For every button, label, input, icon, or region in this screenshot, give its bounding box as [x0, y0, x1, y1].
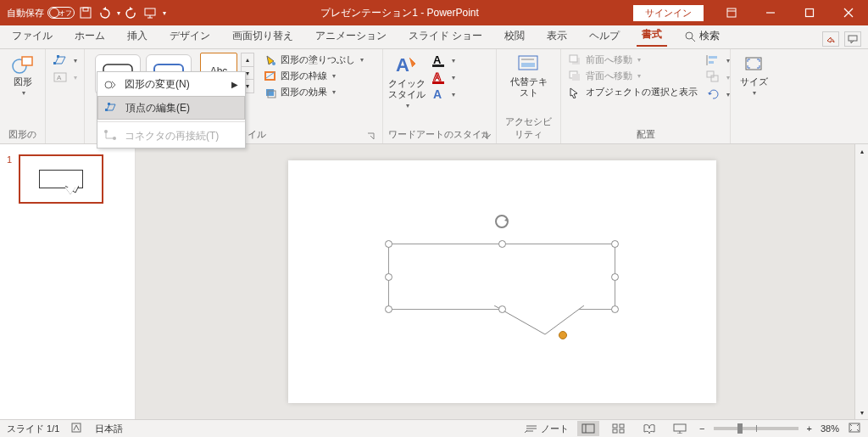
- shape-fill-button[interactable]: 図形の塗りつぶし▾: [261, 53, 366, 67]
- close-button[interactable]: [829, 0, 868, 25]
- document-title: プレゼンテーション1 - PowerPoint: [166, 6, 633, 20]
- alt-text-button[interactable]: 代替テキスト: [510, 53, 548, 98]
- thumbnail-row[interactable]: 1: [7, 154, 128, 204]
- resize-handle[interactable]: [611, 305, 619, 313]
- size-label: サイズ: [740, 76, 768, 87]
- reading-view-icon: [643, 423, 656, 434]
- fit-to-window-button[interactable]: [848, 422, 861, 435]
- tab-design[interactable]: デザイン: [164, 25, 215, 47]
- spell-check-icon[interactable]: [71, 422, 83, 435]
- minimize-button[interactable]: [751, 0, 790, 25]
- slide-thumbnail[interactable]: [19, 154, 103, 204]
- tab-review[interactable]: 校閲: [499, 25, 530, 47]
- align-icon: [706, 53, 721, 67]
- text-outline-button[interactable]: A▾: [429, 70, 458, 85]
- bring-forward-label: 前面へ移動: [586, 53, 632, 66]
- resize-handle[interactable]: [385, 273, 392, 281]
- tab-file[interactable]: ファイル: [7, 25, 58, 47]
- shape-outline-button[interactable]: 図形の枠線▾: [261, 69, 366, 83]
- shape-fill-label: 図形の塗りつぶし: [281, 53, 355, 66]
- rotate-handle[interactable]: [493, 213, 510, 233]
- resize-handle[interactable]: [611, 273, 619, 281]
- slide-counter[interactable]: スライド 1/1: [7, 423, 59, 435]
- selection-pane-button[interactable]: オブジェクトの選択と表示: [566, 85, 700, 99]
- normal-view-button[interactable]: [577, 421, 599, 436]
- undo-dropdown-icon[interactable]: ▾: [117, 9, 120, 17]
- tab-slideshow[interactable]: スライド ショー: [403, 25, 487, 47]
- vertical-scrollbar[interactable]: ▴ ▾: [854, 144, 868, 419]
- slideshow-button[interactable]: [669, 421, 691, 436]
- menu-edit-points-label: 頂点の編集(E): [125, 101, 190, 115]
- svg-point-22: [272, 62, 275, 65]
- svg-rect-1: [83, 8, 88, 11]
- tab-help[interactable]: ヘルプ: [584, 25, 625, 47]
- adjustment-handle[interactable]: [559, 331, 567, 339]
- align-button[interactable]: ▾: [704, 53, 732, 68]
- shape-effects-button[interactable]: 図形の効果▾: [261, 85, 366, 99]
- svg-text:A: A: [433, 70, 442, 83]
- selected-callout-shape[interactable]: [388, 244, 615, 310]
- tab-insert[interactable]: 挿入: [122, 25, 153, 47]
- tab-animations[interactable]: アニメーション: [310, 25, 392, 47]
- undo-icon[interactable]: [97, 5, 112, 20]
- search-label: 検索: [699, 29, 720, 43]
- resize-handle[interactable]: [385, 240, 392, 248]
- gallery-up-icon[interactable]: ▴: [242, 53, 253, 67]
- scroll-up-icon[interactable]: ▴: [855, 144, 868, 158]
- group-label-wordart: ワードアートのスタイル: [388, 127, 491, 143]
- tab-home[interactable]: ホーム: [70, 25, 110, 47]
- group-button[interactable]: ▾: [704, 70, 732, 85]
- start-from-beginning-icon[interactable]: [142, 5, 158, 20]
- menu-edit-points[interactable]: 頂点の編集(E): [97, 96, 245, 120]
- ribbon-display-options-icon[interactable]: [712, 0, 751, 25]
- save-icon[interactable]: [78, 5, 93, 20]
- send-backward-button[interactable]: 背面へ移動▾: [566, 69, 700, 83]
- autosave-control[interactable]: 自動保存 オフ: [7, 7, 75, 20]
- slide-sorter-button[interactable]: [608, 421, 630, 436]
- text-outline-icon: A: [431, 70, 447, 84]
- quick-styles-button[interactable]: A クイック スタイル ▾: [388, 53, 426, 109]
- zoom-in-button[interactable]: +: [807, 423, 812, 434]
- resize-handle[interactable]: [498, 240, 506, 248]
- edit-shape-button[interactable]: ▾: [51, 53, 80, 68]
- rotate-icon: [706, 87, 721, 101]
- bring-forward-button[interactable]: 前面へ移動▾: [566, 53, 700, 67]
- sign-in-button[interactable]: サインイン: [633, 5, 704, 21]
- svg-rect-12: [22, 57, 32, 65]
- search-box[interactable]: 検索: [679, 25, 725, 47]
- share-button[interactable]: [822, 31, 839, 47]
- text-effects-button[interactable]: A▾: [429, 87, 458, 102]
- dialog-launcher-icon[interactable]: [367, 132, 376, 141]
- slide-area[interactable]: ▴ ▾: [136, 144, 868, 419]
- shapes-button[interactable]: 図形 ▾: [4, 53, 42, 97]
- thumbnail-panel[interactable]: 1: [0, 144, 136, 419]
- tab-transitions[interactable]: 画面切り替え: [227, 25, 298, 47]
- tab-view[interactable]: 表示: [542, 25, 572, 47]
- menu-change-shape[interactable]: 図形の変更(N) ▶: [97, 72, 245, 96]
- scroll-down-icon[interactable]: ▾: [855, 406, 868, 419]
- redo-icon[interactable]: [124, 5, 139, 20]
- notes-label: ノート: [541, 423, 569, 435]
- rotate-button[interactable]: ▾: [704, 87, 732, 102]
- dialog-launcher-icon[interactable]: [481, 132, 489, 141]
- resize-handle[interactable]: [498, 305, 506, 313]
- resize-handle[interactable]: [611, 240, 619, 248]
- language-indicator[interactable]: 日本語: [95, 423, 123, 435]
- slide-canvas[interactable]: [288, 160, 716, 403]
- notes-icon: [525, 423, 538, 434]
- zoom-level[interactable]: 38%: [821, 423, 839, 434]
- comments-button[interactable]: [844, 31, 861, 47]
- maximize-button[interactable]: [790, 0, 829, 25]
- resize-handle[interactable]: [385, 305, 392, 313]
- text-fill-icon: A: [431, 53, 447, 67]
- tab-format[interactable]: 書式: [637, 24, 667, 47]
- title-bar: 自動保存 オフ ▾ ▾ プレゼンテーション1 - PowerPoint サインイ…: [0, 0, 868, 25]
- notes-button[interactable]: ノート: [525, 423, 569, 435]
- reading-view-button[interactable]: [638, 421, 660, 436]
- size-button[interactable]: サイズ ▾: [736, 53, 771, 97]
- text-fill-button[interactable]: A▾: [429, 53, 458, 68]
- zoom-out-button[interactable]: −: [699, 423, 704, 434]
- zoom-slider[interactable]: [714, 427, 798, 430]
- autosave-toggle[interactable]: オフ: [47, 7, 75, 19]
- text-box-button[interactable]: A ▾: [51, 70, 80, 85]
